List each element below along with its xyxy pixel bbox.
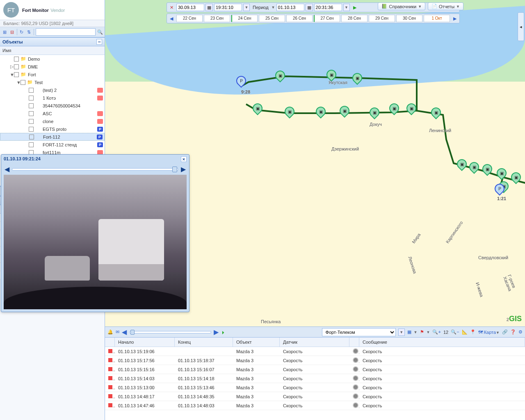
layers-icon[interactable]: ▦ bbox=[407, 329, 411, 335]
dropdown-icon[interactable]: ▼ bbox=[398, 329, 405, 336]
event-row[interactable]: 01.10.13 15:17:5601.10.13 15:18:37Mazda … bbox=[105, 356, 525, 365]
timeline-day[interactable]: 22 Сен bbox=[176, 15, 203, 22]
event-row[interactable]: 01.10.13 15:13:0001.10.13 15:13:46Mazda … bbox=[105, 383, 525, 392]
map-marker[interactable]: ▣ bbox=[469, 162, 479, 174]
bell-icon[interactable]: 🔔 bbox=[107, 329, 113, 335]
close-icon[interactable]: × bbox=[181, 156, 187, 162]
playback-slider[interactable] bbox=[129, 331, 211, 333]
tree-item[interactable]: Fort-112P bbox=[0, 133, 105, 141]
checkbox[interactable] bbox=[29, 127, 34, 132]
tree-item[interactable]: ▼📁Test bbox=[0, 78, 105, 86]
zoom-in-icon[interactable]: 🔍+ bbox=[432, 329, 441, 335]
ruler-icon[interactable]: 📐 bbox=[462, 329, 468, 335]
checkbox[interactable] bbox=[29, 135, 34, 139]
help-icon[interactable]: ❓ bbox=[510, 329, 516, 335]
map-marker[interactable]: ▣ bbox=[511, 172, 521, 185]
map-menu[interactable]: 🗺 Карта▼ bbox=[478, 330, 500, 335]
map-marker[interactable]: ▣ bbox=[285, 107, 294, 119]
settings-icon[interactable]: ⚙ bbox=[518, 329, 523, 335]
map-marker[interactable]: ▣ bbox=[431, 107, 441, 120]
photo-window[interactable]: 01.10.13 09:21:24 × ◀ ▶ bbox=[1, 154, 189, 312]
timeline-prev-icon[interactable]: ◀ bbox=[168, 15, 175, 22]
checkbox[interactable] bbox=[29, 142, 34, 147]
timeline-day[interactable]: 29 Сен bbox=[369, 15, 395, 22]
checkbox[interactable] bbox=[29, 119, 34, 124]
event-row[interactable]: 01.10.13 15:19:06Mazda 3СкоростьСкорость bbox=[105, 347, 525, 356]
tree-expand-icon[interactable]: ⊞ bbox=[2, 28, 7, 36]
timeline-next-icon[interactable]: ▶ bbox=[451, 15, 459, 22]
play-icon[interactable]: ⏵ bbox=[221, 330, 226, 335]
search-icon[interactable]: 🔍 bbox=[97, 28, 103, 36]
event-row[interactable]: 01.10.13 14:47:4601.10.13 14:48:03Mazda … bbox=[105, 401, 525, 410]
photo-prev-icon[interactable]: ◀ bbox=[5, 165, 9, 173]
mail-icon[interactable]: ✉ bbox=[116, 329, 119, 335]
map-marker[interactable]: ▣ bbox=[316, 107, 326, 119]
photo-slider[interactable] bbox=[12, 168, 178, 171]
timeline-day[interactable]: 27 Сен bbox=[314, 15, 340, 22]
checkbox[interactable] bbox=[29, 96, 34, 100]
to-time-input[interactable] bbox=[314, 4, 342, 11]
tree-item[interactable]: clone bbox=[0, 117, 105, 125]
events-grid[interactable]: 01.10.13 15:19:06Mazda 3СкоростьСкорость… bbox=[105, 347, 525, 420]
dropdown-icon[interactable]: ▼ bbox=[243, 4, 250, 11]
timeline-day[interactable]: 24 Сен bbox=[231, 15, 258, 22]
tree-item[interactable]: 1 Котэ bbox=[0, 94, 105, 102]
alert-icon[interactable]: ⚑ bbox=[420, 329, 424, 335]
checkbox[interactable] bbox=[29, 111, 34, 116]
timeline-bar[interactable]: ◀22 Сен23 Сен24 Сен25 Сен26 Сен27 Сен28 … bbox=[167, 14, 460, 23]
checkbox[interactable] bbox=[29, 88, 34, 93]
map-marker[interactable]: ▣ bbox=[352, 73, 362, 85]
search-input[interactable] bbox=[36, 28, 96, 36]
event-row[interactable]: 01.10.13 15:15:1601.10.13 15:16:07Mazda … bbox=[105, 365, 525, 374]
map-marker[interactable]: P bbox=[236, 76, 246, 88]
photo-next-icon[interactable]: ▶ bbox=[181, 165, 186, 173]
timeline-day[interactable]: 25 Сен bbox=[259, 15, 285, 22]
map-marker[interactable]: ▣ bbox=[389, 103, 399, 116]
tree-item[interactable]: EGTS protoP bbox=[0, 125, 105, 133]
tree-item[interactable]: ▼📁Fort bbox=[0, 71, 105, 78]
checkbox[interactable] bbox=[14, 72, 19, 77]
timeline-day[interactable]: 1 Окт bbox=[424, 15, 450, 22]
zoom-out-icon[interactable]: 🔍− bbox=[451, 329, 459, 335]
tree-item[interactable]: (test) 2 bbox=[0, 86, 105, 94]
prev-icon[interactable]: ◀ bbox=[122, 328, 127, 336]
clear-range-icon[interactable]: ✕ bbox=[168, 4, 175, 11]
apply-range-icon[interactable]: ▶ bbox=[351, 4, 358, 11]
map-marker[interactable]: ▣ bbox=[406, 103, 416, 116]
map-marker[interactable]: ▣ bbox=[253, 103, 262, 116]
pin-icon[interactable]: 📍 bbox=[470, 329, 476, 335]
timeline-day[interactable]: 23 Сен bbox=[204, 15, 230, 22]
event-row[interactable]: 01.10.13 14:48:1701.10.13 14:48:35Mazda … bbox=[105, 392, 525, 401]
calendar-icon[interactable]: ▦ bbox=[306, 4, 313, 11]
map-marker[interactable]: ▣ bbox=[275, 71, 285, 83]
refresh-icon[interactable]: ↻ bbox=[18, 28, 24, 36]
timeline-day[interactable]: 28 Сен bbox=[341, 15, 368, 22]
collapse-icon[interactable]: − bbox=[96, 39, 102, 45]
dropdown-icon[interactable]: ▼ bbox=[343, 4, 350, 11]
calendar-icon[interactable]: ▦ bbox=[205, 4, 213, 11]
period-label[interactable]: Период bbox=[251, 5, 270, 10]
map-marker[interactable]: ▣ bbox=[370, 107, 379, 120]
from-date-input[interactable] bbox=[176, 4, 204, 11]
checkbox[interactable] bbox=[14, 57, 19, 62]
company-select[interactable]: Форт-Телеком bbox=[322, 328, 396, 336]
from-time-input[interactable] bbox=[214, 4, 242, 11]
map-marker[interactable]: ▣ bbox=[497, 168, 507, 180]
next-icon[interactable]: ▶ bbox=[214, 328, 219, 336]
link-icon[interactable]: 🔗 bbox=[502, 329, 508, 335]
filter-icon[interactable]: ⇅ bbox=[26, 28, 32, 36]
to-date-input[interactable] bbox=[276, 4, 304, 11]
checkbox[interactable] bbox=[14, 64, 19, 69]
tree-item[interactable]: ▷📁DME bbox=[0, 63, 105, 71]
timeline-day[interactable]: 26 Сен bbox=[286, 15, 313, 22]
map-marker[interactable]: ▣ bbox=[482, 164, 492, 176]
event-row[interactable]: 01.10.13 15:14:0301.10.13 15:14:18Mazda … bbox=[105, 374, 525, 383]
map-marker[interactable]: P bbox=[495, 184, 504, 196]
map-marker[interactable]: ▣ bbox=[340, 106, 349, 118]
reports-menu[interactable]: 📄Отчеты ▼ bbox=[428, 2, 463, 10]
checkbox[interactable] bbox=[29, 103, 34, 108]
timeline-day[interactable]: 30 Сен bbox=[396, 15, 422, 22]
tree-collapse-icon[interactable]: ⊟ bbox=[9, 28, 15, 36]
tree-item[interactable]: ASC bbox=[0, 110, 105, 117]
tree-item[interactable]: FORT-112 стендP bbox=[0, 141, 105, 148]
